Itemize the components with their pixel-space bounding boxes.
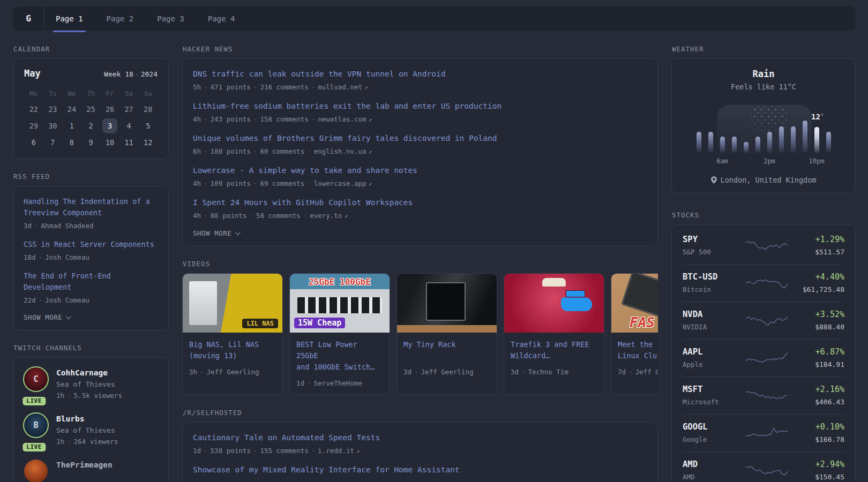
calendar-day-number: 12 bbox=[140, 135, 155, 150]
temp-bar bbox=[755, 137, 760, 153]
separator-dot: · bbox=[307, 379, 311, 387]
tab-page-2[interactable]: Page 2 bbox=[101, 6, 140, 31]
temp-bar bbox=[708, 132, 713, 153]
separator-dot: · bbox=[39, 296, 43, 304]
avatar[interactable]: C bbox=[24, 367, 48, 391]
stock-row[interactable]: SPYS&P 500+1.29%$511.57 bbox=[683, 227, 844, 264]
twitch-channel-name[interactable]: ThePrimeagen bbox=[56, 460, 113, 470]
video-thumbnail[interactable]: LIL NAS bbox=[183, 274, 282, 333]
separator-dot: · bbox=[67, 438, 71, 446]
rss-widget: Handling The Indentation of a Treeview C… bbox=[13, 186, 169, 330]
item-meta: 5h·471 points·216 comments·mullvad.net↗ bbox=[193, 82, 647, 92]
stock-ticker: NVDA bbox=[683, 309, 740, 320]
avatar[interactable]: B bbox=[24, 413, 48, 437]
hackernews-item-title[interactable]: I Spent 24 Hours with GitHub Copilot Wor… bbox=[193, 197, 647, 208]
hackernews-item-title[interactable]: Lithium-free sodium batteries exit the l… bbox=[193, 101, 647, 112]
video-thumbnail[interactable] bbox=[397, 274, 497, 333]
video-title[interactable]: Traefik 3 and FREE Wildcard… bbox=[511, 339, 597, 362]
temp-bar bbox=[814, 127, 819, 153]
item-meta-part: 88 points bbox=[211, 212, 247, 220]
hackernews-section-title: HACKER NEWS bbox=[183, 45, 658, 53]
video-thumbnail[interactable]: 25GbE 100GbE15W Cheap bbox=[290, 274, 390, 333]
video-age: 3d bbox=[403, 368, 411, 376]
rss-show-more-button[interactable]: SHOW MORE bbox=[24, 313, 70, 321]
rss-item: Handling The Indentation of a Treeview C… bbox=[24, 196, 158, 230]
reddit-item-title[interactable]: Cautionary Tale on Automated Speed Tests bbox=[193, 432, 647, 443]
external-link-icon: ↗ bbox=[369, 148, 372, 155]
viewer-count: 5.5k viewers bbox=[74, 391, 122, 400]
twitch-channel-row[interactable]: CLIVECohhCarnageSea of Thieves1h·5.5k vi… bbox=[24, 367, 158, 401]
stock-info: AAPLApple bbox=[683, 347, 740, 370]
video-thumbnail[interactable] bbox=[504, 274, 604, 333]
item-domain-link[interactable]: newatlas.com bbox=[318, 115, 366, 123]
stock-row[interactable]: MSFTMicrosoft+2.16%$406.43 bbox=[683, 376, 844, 414]
app-logo[interactable]: G bbox=[13, 6, 44, 31]
calendar-day-number: 7 bbox=[45, 135, 60, 150]
separator-dot: · bbox=[253, 147, 258, 155]
video-card[interactable]: Traefik 3 and FREE Wildcard…3d·Techno Ti… bbox=[504, 273, 604, 395]
item-domain-link[interactable]: mullvad.net bbox=[318, 83, 362, 91]
stock-row[interactable]: AMDAMD+2.94%$150.45 bbox=[683, 451, 844, 482]
reddit-section: /R/SELFHOSTED Cautionary Tale on Automat… bbox=[182, 409, 658, 482]
stock-row[interactable]: BTC-USDBitcoin+4.40%$61,725.48 bbox=[683, 264, 844, 302]
stock-price: $888.40 bbox=[793, 322, 844, 332]
hackernews-item: DNS traffic can leak outside the VPN tun… bbox=[193, 69, 647, 92]
stock-name: AMD bbox=[683, 472, 740, 482]
stock-sparkline bbox=[746, 388, 788, 404]
stock-row[interactable]: GOOGLGoogle+0.10%$166.78 bbox=[683, 414, 844, 451]
calendar-year: 2024 bbox=[141, 70, 158, 78]
rss-item-title[interactable]: The End of Front-End Development bbox=[24, 270, 158, 293]
twitch-channel-row[interactable]: BLIVEBlurbsSea of Thieves1h·264 viewers bbox=[24, 413, 158, 447]
video-age: 7d bbox=[618, 368, 626, 376]
video-channel: Jeff Geerling bbox=[207, 368, 259, 376]
separator-dot: · bbox=[253, 179, 258, 187]
rss-item-title[interactable]: Handling The Indentation of a Treeview C… bbox=[24, 196, 158, 219]
dashboard-page: G Page 1Page 2Page 3Page 4 CALENDAR May … bbox=[0, 0, 868, 482]
item-domain-link[interactable]: english.nv.ua bbox=[314, 147, 366, 155]
separator-dot: · bbox=[135, 70, 139, 78]
calendar-day: 12 bbox=[138, 134, 158, 150]
calendar-day-number: 30 bbox=[45, 118, 60, 133]
avatar[interactable] bbox=[24, 460, 48, 482]
item-meta-part: 69 comments bbox=[260, 179, 304, 187]
video-card[interactable]: LIL NASBig NAS, Lil NAS (moving 13)3h·Je… bbox=[182, 273, 283, 395]
stock-sparkline bbox=[746, 350, 788, 366]
tab-page-4[interactable]: Page 4 bbox=[202, 6, 241, 31]
hackernews-item-title[interactable]: Lowercase - A simple way to take and sha… bbox=[193, 165, 647, 176]
twitch-channel-name[interactable]: Blurbs bbox=[56, 413, 118, 424]
video-thumbnail[interactable]: FAS bbox=[611, 274, 658, 333]
separator-dot: · bbox=[67, 391, 71, 400]
video-card[interactable]: My Tiny Rack3d·Jeff Geerling bbox=[396, 273, 497, 395]
tab-page-1[interactable]: Page 1 bbox=[50, 6, 89, 31]
separator-dot: · bbox=[311, 115, 316, 123]
video-title[interactable]: My Tiny Rack bbox=[403, 339, 490, 362]
weather-location: London, United Kingdom bbox=[683, 176, 844, 184]
rss-item-title[interactable]: CSS in React Server Components bbox=[24, 239, 158, 250]
video-card[interactable]: 25GbE 100GbE15W CheapBEST Low Power 25Gb… bbox=[289, 273, 390, 395]
stock-row[interactable]: AAPLApple+6.87%$184.91 bbox=[683, 339, 844, 376]
video-title[interactable]: BEST Low Power 25GbE and 100GbE Switch… bbox=[296, 339, 383, 373]
video-card[interactable]: FASMeet the Linux Clu7d·Jeff Geerling bbox=[611, 273, 658, 395]
separator-dot: · bbox=[200, 368, 204, 376]
chevron-down-icon bbox=[66, 314, 71, 319]
calendar-day-number: 25 bbox=[83, 102, 98, 117]
item-domain-link[interactable]: every.to bbox=[310, 212, 342, 220]
calendar-day: 6 bbox=[24, 134, 43, 150]
item-domain-link[interactable]: lowercase.app bbox=[314, 179, 366, 187]
reddit-item-title[interactable]: Showcase of my Mixed Reality Interface f… bbox=[193, 464, 647, 476]
calendar-day: 1 bbox=[62, 117, 81, 134]
twitch-channel-row[interactable]: ThePrimeagen bbox=[24, 460, 158, 482]
live-status-badge: LIVE bbox=[23, 443, 46, 451]
weekday-label: Sa bbox=[119, 90, 139, 97]
stock-row[interactable]: NVDANVIDIA+3.52%$888.40 bbox=[683, 302, 844, 339]
video-title[interactable]: Big NAS, Lil NAS (moving 13) bbox=[189, 339, 276, 362]
reddit-section-title: /R/SELFHOSTED bbox=[183, 409, 658, 417]
tab-page-3[interactable]: Page 3 bbox=[151, 6, 190, 31]
hackernews-item-title[interactable]: DNS traffic can leak outside the VPN tun… bbox=[193, 69, 647, 80]
video-title[interactable]: Meet the Linux Clu bbox=[618, 339, 658, 362]
hackernews-item-title[interactable]: Unique volumes of Brothers Grimm fairy t… bbox=[193, 133, 647, 144]
hackernews-show-more-button[interactable]: SHOW MORE bbox=[193, 229, 239, 237]
twitch-channel-name[interactable]: CohhCarnage bbox=[56, 367, 122, 378]
calendar-month: May bbox=[24, 68, 41, 79]
item-domain-link[interactable]: i.redd.it bbox=[318, 447, 354, 455]
